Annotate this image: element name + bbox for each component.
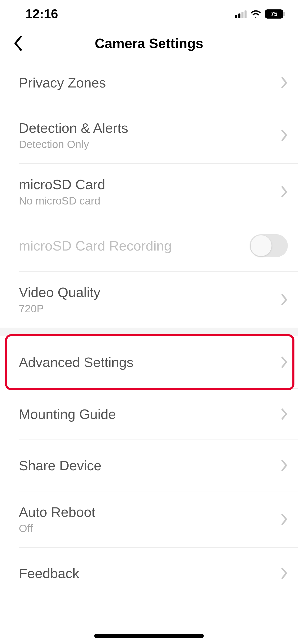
row-sublabel: 720P bbox=[19, 303, 100, 315]
row-label: microSD Card Recording bbox=[19, 238, 172, 254]
chevron-right-icon bbox=[281, 460, 288, 471]
chevron-right-icon bbox=[281, 186, 288, 198]
chevron-right-icon bbox=[281, 514, 288, 525]
row-label: Advanced Settings bbox=[19, 354, 133, 370]
cellular-icon bbox=[235, 10, 247, 18]
row-privacy-zones[interactable]: Privacy Zones bbox=[0, 58, 298, 107]
row-microsd-recording: microSD Card Recording bbox=[0, 220, 298, 271]
row-advanced-settings[interactable]: Advanced Settings bbox=[0, 336, 298, 388]
row-label: Privacy Zones bbox=[19, 75, 106, 91]
chevron-right-icon bbox=[281, 129, 288, 141]
section-separator bbox=[0, 328, 298, 336]
row-label: Detection & Alerts bbox=[19, 120, 128, 136]
row-label: Share Device bbox=[19, 458, 101, 473]
status-bar: 12:16 75 bbox=[0, 0, 298, 28]
battery-level: 75 bbox=[265, 9, 283, 19]
row-label: Auto Reboot bbox=[19, 504, 95, 520]
row-label: Video Quality bbox=[19, 284, 100, 300]
row-auto-reboot[interactable]: Auto Reboot Off bbox=[0, 491, 298, 547]
row-sublabel: Off bbox=[19, 522, 95, 535]
settings-section-1: Privacy Zones Detection & Alerts Detecti… bbox=[0, 58, 298, 328]
home-indicator[interactable] bbox=[94, 634, 204, 638]
status-time: 12:16 bbox=[0, 7, 58, 21]
row-label: Feedback bbox=[19, 565, 79, 581]
page-title: Camera Settings bbox=[95, 35, 203, 51]
chevron-left-icon bbox=[13, 35, 22, 51]
microsd-recording-toggle[interactable] bbox=[250, 234, 288, 257]
battery-icon: 75 bbox=[265, 9, 285, 19]
row-feedback[interactable]: Feedback bbox=[0, 548, 298, 599]
chevron-right-icon bbox=[281, 77, 288, 89]
row-detection-alerts[interactable]: Detection & Alerts Detection Only bbox=[0, 107, 298, 163]
wifi-icon bbox=[250, 10, 261, 18]
row-sublabel: No microSD card bbox=[19, 195, 105, 207]
chevron-right-icon bbox=[281, 567, 288, 579]
toggle-knob bbox=[251, 235, 272, 256]
row-microsd-card[interactable]: microSD Card No microSD card bbox=[0, 164, 298, 220]
chevron-right-icon bbox=[281, 294, 288, 305]
row-label: microSD Card bbox=[19, 177, 105, 192]
status-icons: 75 bbox=[235, 9, 285, 19]
chevron-right-icon bbox=[281, 408, 288, 420]
row-share-device[interactable]: Share Device bbox=[0, 440, 298, 491]
back-button[interactable] bbox=[10, 33, 25, 53]
row-sublabel: Detection Only bbox=[19, 138, 128, 151]
chevron-right-icon bbox=[281, 356, 288, 368]
row-label: Mounting Guide bbox=[19, 406, 116, 422]
row-mounting-guide[interactable]: Mounting Guide bbox=[0, 389, 298, 440]
nav-header: Camera Settings bbox=[0, 28, 298, 58]
row-video-quality[interactable]: Video Quality 720P bbox=[0, 272, 298, 328]
settings-section-2: Advanced Settings Mounting Guide Share D… bbox=[0, 336, 298, 599]
